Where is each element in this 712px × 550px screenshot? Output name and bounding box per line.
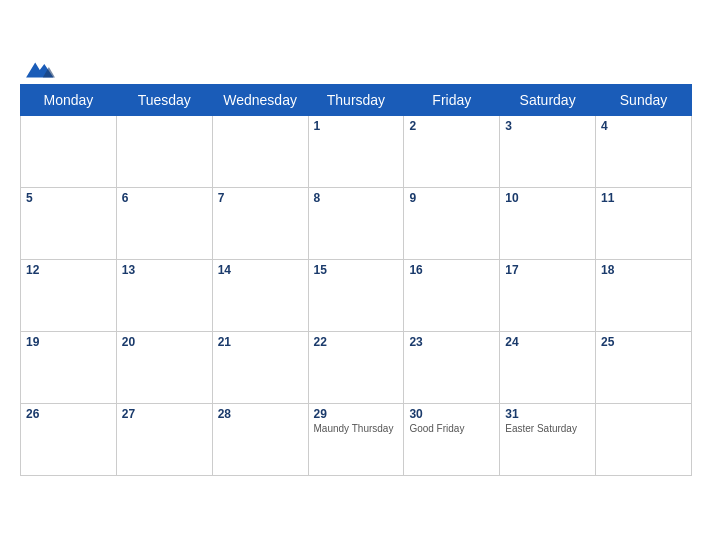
calendar-cell: 31Easter Saturday — [500, 404, 596, 476]
calendar-cell: 13 — [116, 260, 212, 332]
calendar-cell — [21, 116, 117, 188]
day-number: 17 — [505, 263, 590, 277]
calendar-cell: 3 — [500, 116, 596, 188]
calendar-cell — [116, 116, 212, 188]
calendar-cell: 30Good Friday — [404, 404, 500, 476]
day-number: 10 — [505, 191, 590, 205]
calendar-cell: 25 — [596, 332, 692, 404]
holiday-name: Good Friday — [409, 423, 494, 434]
weekday-header-sunday: Sunday — [596, 85, 692, 116]
calendar-container: MondayTuesdayWednesdayThursdayFridaySatu… — [0, 54, 712, 496]
weekday-header-saturday: Saturday — [500, 85, 596, 116]
calendar-cell: 24 — [500, 332, 596, 404]
calendar-cell: 9 — [404, 188, 500, 260]
calendar-week-row: 1234 — [21, 116, 692, 188]
day-number: 30 — [409, 407, 494, 421]
calendar-cell: 12 — [21, 260, 117, 332]
holiday-name: Maundy Thursday — [314, 423, 399, 434]
day-number: 5 — [26, 191, 111, 205]
calendar-week-row: 26272829Maundy Thursday30Good Friday31Ea… — [21, 404, 692, 476]
calendar-cell: 4 — [596, 116, 692, 188]
day-number: 12 — [26, 263, 111, 277]
day-number: 20 — [122, 335, 207, 349]
day-number: 6 — [122, 191, 207, 205]
calendar-cell: 17 — [500, 260, 596, 332]
day-number: 25 — [601, 335, 686, 349]
day-number: 18 — [601, 263, 686, 277]
weekday-header-friday: Friday — [404, 85, 500, 116]
day-number: 8 — [314, 191, 399, 205]
calendar-cell: 1 — [308, 116, 404, 188]
weekday-header-row: MondayTuesdayWednesdayThursdayFridaySatu… — [21, 85, 692, 116]
day-number: 31 — [505, 407, 590, 421]
calendar-header — [20, 64, 692, 76]
calendar-cell: 5 — [21, 188, 117, 260]
calendar-cell: 28 — [212, 404, 308, 476]
day-number: 22 — [314, 335, 399, 349]
logo — [20, 56, 58, 85]
calendar-cell: 29Maundy Thursday — [308, 404, 404, 476]
day-number: 9 — [409, 191, 494, 205]
calendar-cell: 26 — [21, 404, 117, 476]
day-number: 7 — [218, 191, 303, 205]
calendar-cell: 11 — [596, 188, 692, 260]
day-number: 29 — [314, 407, 399, 421]
day-number: 3 — [505, 119, 590, 133]
calendar-cell — [596, 404, 692, 476]
holiday-name: Easter Saturday — [505, 423, 590, 434]
day-number: 11 — [601, 191, 686, 205]
day-number: 28 — [218, 407, 303, 421]
day-number: 16 — [409, 263, 494, 277]
calendar-cell: 18 — [596, 260, 692, 332]
calendar-week-row: 12131415161718 — [21, 260, 692, 332]
weekday-header-wednesday: Wednesday — [212, 85, 308, 116]
calendar-cell: 14 — [212, 260, 308, 332]
calendar-cell: 27 — [116, 404, 212, 476]
calendar-cell: 10 — [500, 188, 596, 260]
calendar-cell: 15 — [308, 260, 404, 332]
day-number: 14 — [218, 263, 303, 277]
weekday-header-tuesday: Tuesday — [116, 85, 212, 116]
calendar-cell: 16 — [404, 260, 500, 332]
calendar-cell: 23 — [404, 332, 500, 404]
calendar-cell: 20 — [116, 332, 212, 404]
day-number: 4 — [601, 119, 686, 133]
calendar-cell: 19 — [21, 332, 117, 404]
day-number: 27 — [122, 407, 207, 421]
day-number: 23 — [409, 335, 494, 349]
calendar-cell: 2 — [404, 116, 500, 188]
day-number: 24 — [505, 335, 590, 349]
calendar-cell: 21 — [212, 332, 308, 404]
day-number: 13 — [122, 263, 207, 277]
calendar-cell: 22 — [308, 332, 404, 404]
day-number: 15 — [314, 263, 399, 277]
calendar-cell: 7 — [212, 188, 308, 260]
calendar-cell: 8 — [308, 188, 404, 260]
day-number: 21 — [218, 335, 303, 349]
weekday-header-thursday: Thursday — [308, 85, 404, 116]
calendar-cell — [212, 116, 308, 188]
calendar-table: MondayTuesdayWednesdayThursdayFridaySatu… — [20, 84, 692, 476]
day-number: 26 — [26, 407, 111, 421]
day-number: 1 — [314, 119, 399, 133]
day-number: 19 — [26, 335, 111, 349]
day-number: 2 — [409, 119, 494, 133]
weekday-header-monday: Monday — [21, 85, 117, 116]
calendar-cell: 6 — [116, 188, 212, 260]
calendar-week-row: 567891011 — [21, 188, 692, 260]
calendar-week-row: 19202122232425 — [21, 332, 692, 404]
